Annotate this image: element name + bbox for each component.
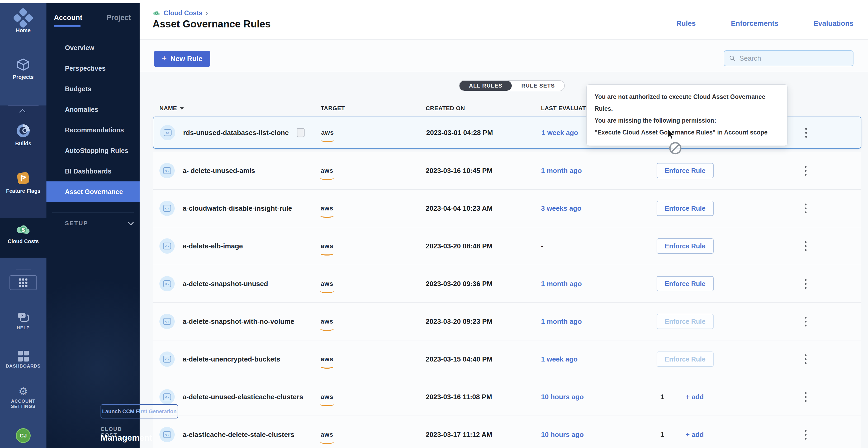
header-nav: Rules Enforcements Evaluations xyxy=(676,20,854,28)
toggle-rule-sets[interactable]: RULE SETS xyxy=(512,81,564,91)
new-rule-button[interactable]: + New Rule xyxy=(154,50,210,67)
rule-name[interactable]: a-cloudwatch-disable-insight-rule xyxy=(183,204,292,212)
sidebar-item-builds[interactable]: Builds xyxy=(0,123,46,147)
tab-account[interactable]: Account xyxy=(54,14,82,22)
sidebar-item-budgets[interactable]: Budgets xyxy=(46,78,140,99)
rule-name[interactable]: a-delete-unused-elasticache-clusters xyxy=(183,393,303,401)
rule-name[interactable]: a-delete-snapshot-with-no-volume xyxy=(183,317,294,326)
sidebar-item-recommendations[interactable]: Recommendations xyxy=(46,120,140,140)
tab-project[interactable]: Project xyxy=(106,14,131,22)
rail-label: ACCOUNT SETTINGS xyxy=(0,399,46,409)
sidebar-item-cloud-costs[interactable]: $ Cloud Costs xyxy=(0,222,46,244)
rail-label: DASHBOARDS xyxy=(0,364,46,369)
rule-name[interactable]: a-delete-unencrypted-buckets xyxy=(183,355,280,364)
sidebar-item-projects[interactable]: Projects xyxy=(0,57,46,80)
last-evaluated[interactable]: 3 weeks ago xyxy=(541,204,657,212)
cloud-costs-breadcrumb-icon: $ xyxy=(153,10,160,16)
search-box[interactable] xyxy=(724,50,854,66)
kebab-menu-icon[interactable] xyxy=(805,279,807,289)
enforce-rule-button[interactable]: Enforce Rule xyxy=(657,163,714,178)
add-enforcement-button[interactable]: + add xyxy=(686,430,704,439)
rule-name[interactable]: a-delete-elb-image xyxy=(183,242,243,250)
rail-label: Projects xyxy=(0,74,46,80)
sidebar-item-feature-flags[interactable]: Feature Flags xyxy=(0,171,46,194)
sidebar-item-dashboards[interactable]: DASHBOARDS xyxy=(0,351,46,369)
last-evaluated[interactable]: 10 hours ago xyxy=(541,430,657,439)
launch-ccm-first-gen-button[interactable]: Launch CCM First Generation xyxy=(100,404,178,418)
last-evaluated[interactable]: - xyxy=(541,242,657,250)
created-on: 2023-04-04 10:23 AM xyxy=(426,204,541,212)
sidebar-item-perspectives[interactable]: Perspectives xyxy=(46,58,140,78)
table-row: <› a-delete-elb-image aws 2023-03-20 08:… xyxy=(153,227,861,265)
kebab-menu-icon[interactable] xyxy=(805,128,807,138)
module-selector-button[interactable] xyxy=(9,275,37,290)
last-evaluated[interactable]: 1 month ago xyxy=(541,317,657,326)
harness-logo-icon xyxy=(13,7,33,28)
plus-icon: + xyxy=(162,54,167,63)
sidebar-item-home[interactable]: Home xyxy=(0,10,46,33)
sidebar-item-account-settings[interactable]: ⚙ ACCOUNT SETTINGS xyxy=(0,386,46,409)
setup-section[interactable]: SETUP xyxy=(65,220,133,227)
sidebar-item-autostopping-rules[interactable]: AutoStopping Rules xyxy=(46,140,140,161)
aws-icon: aws xyxy=(321,320,333,324)
table-row: <› a-delete-unused-elasticache-clusters … xyxy=(153,378,861,416)
nav-link-evaluations[interactable]: Evaluations xyxy=(813,20,854,28)
kebab-menu-icon[interactable] xyxy=(805,354,807,364)
rule-icon: <› xyxy=(159,276,175,291)
toggle-all-rules[interactable]: ALL RULES xyxy=(460,81,512,91)
kebab-menu-icon[interactable] xyxy=(805,317,807,326)
kebab-menu-icon[interactable] xyxy=(805,430,807,440)
grid-icon xyxy=(19,278,27,287)
aws-icon: aws xyxy=(321,433,333,438)
copy-icon[interactable] xyxy=(297,128,305,137)
breadcrumb: $ Cloud Costs › xyxy=(153,9,208,17)
enforce-rule-button[interactable]: Enforce Rule xyxy=(657,238,714,254)
last-evaluated[interactable]: 1 month ago xyxy=(541,167,657,175)
rule-name[interactable]: a-elasticache-delete-stale-clusters xyxy=(183,430,294,439)
add-enforcement-button[interactable]: + add xyxy=(686,393,704,401)
avatar[interactable]: CJ xyxy=(16,428,31,443)
svg-text:?: ? xyxy=(21,313,23,318)
sidebar-item-help[interactable]: ? HELP xyxy=(0,311,46,331)
mouse-cursor xyxy=(666,129,677,140)
rule-icon: <› xyxy=(159,389,175,405)
last-evaluated[interactable]: 10 hours ago xyxy=(541,393,657,401)
created-on: 2023-03-16 11:08 PM xyxy=(426,393,541,401)
sidebar-item-bi-dashboards[interactable]: BI Dashboards xyxy=(46,161,140,181)
rule-name[interactable]: a-delete-snapshot-unused xyxy=(183,280,268,288)
created-on: 2023-03-20 09:23 PM xyxy=(426,317,541,326)
enforce-rule-button[interactable]: Enforce Rule xyxy=(657,276,714,291)
cloud-costs-icon: $ xyxy=(15,222,31,236)
kebab-menu-icon[interactable] xyxy=(805,392,807,402)
nav-link-rules[interactable]: Rules xyxy=(676,20,696,28)
tooltip-line: You are missing the following permission… xyxy=(595,115,779,127)
kebab-menu-icon[interactable] xyxy=(805,241,807,251)
enforce-rule-button[interactable]: Enforce Rule xyxy=(657,201,714,216)
rule-icon: <› xyxy=(160,125,175,140)
rule-name[interactable]: a- delete-unused-amis xyxy=(183,167,255,175)
rule-name[interactable]: rds-unused-databases-list-clone xyxy=(183,129,289,137)
nav-link-enforcements[interactable]: Enforcements xyxy=(731,20,778,28)
enforce-rule-button[interactable]: Enforce Rule xyxy=(657,351,714,367)
svg-text:$: $ xyxy=(22,227,25,233)
sort-desc-icon xyxy=(180,107,184,110)
last-evaluated[interactable]: 1 week ago xyxy=(541,355,657,364)
sidebar-item-anomalies[interactable]: Anomalies xyxy=(46,99,140,120)
rule-icon: <› xyxy=(159,314,175,329)
column-header-name[interactable]: NAME xyxy=(153,105,321,112)
last-evaluated[interactable]: 1 month ago xyxy=(541,280,657,288)
collapse-chevron-icon[interactable] xyxy=(20,108,25,113)
enforce-rule-button[interactable]: Enforce Rule xyxy=(657,314,714,329)
sidebar-item-overview[interactable]: Overview xyxy=(46,37,140,58)
search-input[interactable] xyxy=(740,54,848,63)
main-content: $ Cloud Costs › Asset Governance Rules R… xyxy=(140,3,868,448)
sidebar-item-asset-governance[interactable]: Asset Governance xyxy=(46,181,140,202)
rail-divider xyxy=(8,105,38,106)
rule-icon: <› xyxy=(159,238,175,254)
table-body: <› rds-unused-databases-list-clone aws 2… xyxy=(153,116,861,448)
kebab-menu-icon[interactable] xyxy=(805,166,807,176)
table-row: <› a-elasticache-delete-stale-clusters a… xyxy=(153,416,861,448)
kebab-menu-icon[interactable] xyxy=(805,204,807,213)
rail-label: HELP xyxy=(0,325,46,331)
breadcrumb-cloud-costs[interactable]: Cloud Costs xyxy=(164,9,203,17)
